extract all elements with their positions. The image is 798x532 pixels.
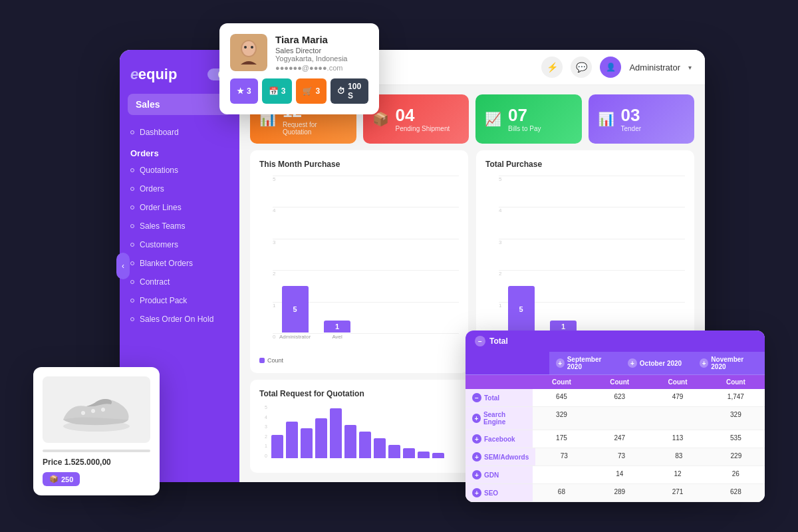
sub-header-oct-label: October 2020 <box>640 360 682 367</box>
sidebar-item-label: Contract <box>140 277 170 287</box>
chat-icon[interactable]: 💬 <box>571 57 592 78</box>
legend-color-month <box>259 358 265 363</box>
bills-icon: 📈 <box>485 111 501 127</box>
sidebar-item-contract[interactable]: Contract <box>120 273 239 291</box>
plus-icon-fb: + <box>472 434 481 444</box>
product-stock-badge[interactable]: 📦 250 <box>43 472 80 486</box>
bottom-bar-8 <box>374 438 386 458</box>
sidebar-item-sales-teams[interactable]: Sales Teams <box>120 217 239 235</box>
legend-label-month: Count <box>267 357 283 364</box>
nav-dot-icon <box>130 299 134 303</box>
profile-name: Tiara Maria <box>275 34 347 45</box>
bar-administrator-total: 5 <box>508 286 535 332</box>
sidebar-item-customers[interactable]: Customers <box>120 235 239 254</box>
svg-point-4 <box>251 46 253 49</box>
chart-total-title: Total Purchase <box>485 160 685 169</box>
row-label-gdn: + GDN <box>466 466 533 483</box>
row-cell-sem-2: 83 <box>650 448 708 466</box>
row-cell-se-3: 329 <box>707 407 765 430</box>
table-sub-headers: + September 2020 + October 2020 + Novemb… <box>466 352 765 375</box>
table-title: Total <box>489 336 508 346</box>
row-cell-seo-3: 628 <box>707 484 765 501</box>
star-icon: ★ <box>237 86 244 96</box>
sidebar-item-quotations[interactable]: Quotations <box>120 161 239 180</box>
bills-number: 07 <box>508 106 541 124</box>
profile-card: Tiara Maria Sales Director Yogyakarta, I… <box>219 23 379 114</box>
stat-card-tender[interactable]: 📊 03 Tender <box>589 94 695 144</box>
product-card: Price 1.525.000,00 📦 250 <box>33 367 160 495</box>
svg-point-6 <box>81 411 85 415</box>
time-icon: ⏱ <box>337 86 345 96</box>
bottom-bar-12 <box>432 453 444 458</box>
row-cell-gdn-2: 12 <box>648 466 706 483</box>
bottom-bar-9 <box>388 445 400 458</box>
chart-this-month-title: This Month Purchase <box>259 160 459 169</box>
row-cell-sem-1: 73 <box>593 448 650 466</box>
bottom-bar-1 <box>271 435 283 458</box>
lightning-icon[interactable]: ⚡ <box>541 57 563 78</box>
row-cell-seo-1: 289 <box>591 484 648 501</box>
bottom-bar-5 <box>330 408 342 458</box>
bills-label: Bills to Pay <box>508 125 541 132</box>
table-row-gdn[interactable]: + GDN 14 12 26 <box>466 466 765 484</box>
bottom-bar-6 <box>344 425 356 458</box>
product-progress-bar <box>43 450 150 452</box>
nav-dot-icon <box>130 243 134 247</box>
row-label-seo: + SEO <box>466 484 533 501</box>
badge-time-value: 100 S <box>348 82 362 100</box>
profile-email: ●●●●●●@●●●●.com <box>275 64 347 72</box>
row-cell-gdn-1: 14 <box>591 466 648 483</box>
bottom-bar-2 <box>286 422 298 458</box>
table-row-total[interactable]: − Total 645 623 479 1,747 <box>466 389 765 407</box>
sidebar-item-sales-order-on-hold[interactable]: Sales Order On Hold <box>120 310 239 329</box>
col-count-3: Count <box>648 375 706 389</box>
svg-point-3 <box>244 46 247 49</box>
sidebar-item-label: Orders <box>140 184 164 194</box>
minus-icon: − <box>475 336 485 346</box>
table-row-search-engine[interactable]: + Search Engine 329 329 <box>466 407 765 430</box>
profile-avatar <box>230 34 267 71</box>
badge-cart[interactable]: 🛒 3 <box>296 78 327 104</box>
row-cell-total-2: 479 <box>648 389 706 406</box>
badge-stars[interactable]: ★ 3 <box>230 78 258 104</box>
plus-icon-sem: + <box>472 452 481 462</box>
col-label <box>466 375 533 389</box>
row-cell-seo-2: 271 <box>648 484 706 501</box>
product-image <box>43 376 150 443</box>
nav-dot-icon <box>130 130 134 134</box>
nav-dot-icon <box>130 205 134 209</box>
plus-icon-seo: + <box>472 488 481 497</box>
calendar-icon: 📅 <box>269 86 279 96</box>
profile-info: Tiara Maria Sales Director Yogyakarta, I… <box>275 34 347 72</box>
table-row-facebook[interactable]: + Facebook 175 247 113 535 <box>466 430 765 448</box>
minus-icon-row: − <box>472 393 481 402</box>
product-price: Price 1.525.000,00 <box>43 458 150 467</box>
table-row-sem[interactable]: + SEM/Adwords 73 73 83 229 <box>466 448 765 466</box>
sidebar-item-order-lines[interactable]: Order Lines <box>120 198 239 217</box>
sidebar-item-product-pack[interactable]: Product Pack <box>120 291 239 310</box>
data-table-card: − Total + September 2020 + October 2020 … <box>466 331 765 502</box>
bottom-bar-11 <box>418 452 430 458</box>
sidebar-item-label: Dashboard <box>140 128 179 137</box>
badge-calendar[interactable]: 📅 3 <box>262 78 293 104</box>
profile-header: Tiara Maria Sales Director Yogyakarta, I… <box>230 34 368 72</box>
stat-card-bills[interactable]: 📈 07 Bills to Pay <box>475 94 582 144</box>
bar-label-administrator: Administrator <box>279 334 311 340</box>
module-dropdown[interactable]: Sales › <box>128 94 231 115</box>
badge-time[interactable]: ⏱ 100 S <box>331 78 368 104</box>
col-count-4: Count <box>707 375 765 389</box>
sidebar-item-blanket-orders[interactable]: Blanket Orders <box>120 254 239 273</box>
user-avatar[interactable]: 👤 <box>600 57 621 78</box>
sidebar-item-orders[interactable]: Orders <box>120 180 239 198</box>
sidebar-item-label: Product Pack <box>140 296 187 305</box>
table-row-seo[interactable]: + SEO 68 289 271 628 <box>466 484 765 502</box>
orders-section-label: Orders <box>120 142 239 161</box>
sidebar-item-dashboard[interactable]: Dashboard <box>120 123 239 142</box>
plus-icon-oct: + <box>628 358 637 368</box>
row-cell-total-1: 623 <box>591 389 648 406</box>
tender-label: Tender <box>621 125 642 132</box>
product-stock: 250 <box>61 475 73 483</box>
table-header: − Total <box>466 331 765 352</box>
plus-icon: + <box>556 358 565 368</box>
scroll-left-indicator[interactable]: ‹ <box>116 253 130 279</box>
